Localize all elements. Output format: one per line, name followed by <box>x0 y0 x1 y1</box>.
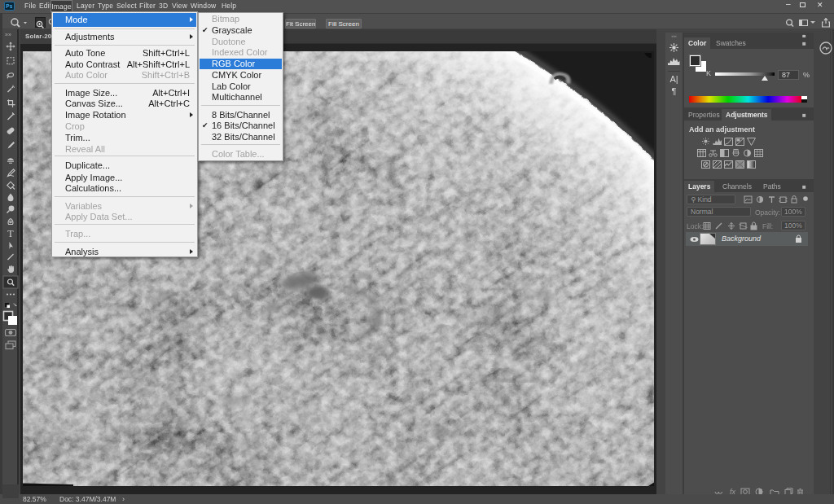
svg-text:»»: »» <box>5 32 11 37</box>
svg-text:T: T <box>7 228 14 239</box>
